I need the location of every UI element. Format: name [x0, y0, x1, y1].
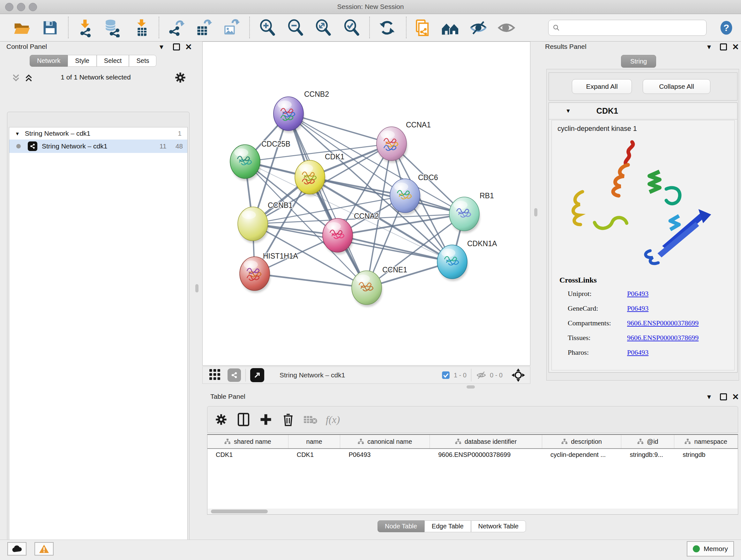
netbar-separator — [471, 369, 471, 381]
zoom-selected-button[interactable] — [341, 17, 362, 38]
search-input[interactable] — [560, 24, 702, 32]
tab-style[interactable]: Style — [68, 55, 96, 67]
column-header-namespace[interactable]: namespace — [674, 435, 738, 448]
scrollbar-thumb[interactable] — [211, 509, 268, 513]
table-cell[interactable]: P06493 — [340, 449, 430, 461]
create-column-button[interactable] — [255, 410, 277, 429]
column-header-name[interactable]: name — [288, 435, 340, 448]
results-panel-menu-icon[interactable]: ▼ — [706, 44, 712, 51]
results-panel-float-icon[interactable] — [720, 44, 727, 51]
help-button[interactable]: ? — [716, 17, 737, 38]
zoom-in-button[interactable] — [257, 17, 278, 38]
table-cell[interactable]: cyclin-dependent ... — [542, 449, 622, 461]
gene-collapse-icon[interactable]: ▼ — [565, 108, 571, 114]
tab-network[interactable]: Network — [30, 55, 68, 67]
tab-node-table[interactable]: Node Table — [378, 520, 424, 532]
graph-node-label: CCNB1 — [268, 201, 293, 209]
function-builder-button[interactable]: f(x) — [322, 410, 344, 429]
crosslink-link[interactable]: P06493 — [627, 304, 649, 313]
network-options-gear-icon[interactable] — [175, 72, 186, 84]
crosslink-label: Tissues: — [568, 334, 627, 342]
save-session-button[interactable] — [40, 17, 61, 38]
graph-edge-CCNB2-CCNE1[interactable] — [288, 114, 367, 288]
tab-edge-table[interactable]: Edge Table — [424, 520, 471, 532]
export-network-button[interactable] — [165, 17, 186, 38]
tab-sets[interactable]: Sets — [129, 55, 156, 67]
table-cell[interactable]: CDK1 — [207, 449, 288, 461]
detach-view-button[interactable] — [250, 368, 264, 382]
column-header-canonical-name[interactable]: canonical name — [340, 435, 430, 448]
graph-node-CDKN1A[interactable]: CDKN1A — [437, 240, 497, 281]
export-table-button[interactable] — [193, 17, 214, 38]
crosslink-link[interactable]: P06493 — [627, 290, 649, 298]
right-splitter-handle[interactable] — [534, 208, 537, 216]
zoom-fit-button[interactable] — [313, 17, 334, 38]
zoom-out-button[interactable] — [285, 17, 306, 38]
table-horizontal-scrollbar[interactable] — [208, 509, 738, 514]
show-columns-button[interactable] — [232, 410, 255, 429]
network-row-selected[interactable]: String Network – cdk1 11 48 — [9, 139, 187, 153]
graph-edge-CCNE1-HIST1H1A[interactable] — [255, 273, 367, 288]
collection-expand-icon[interactable]: ▼ — [15, 131, 20, 136]
tab-string[interactable]: String — [621, 55, 656, 68]
import-table-button[interactable] — [131, 17, 152, 38]
search-icon — [552, 23, 560, 32]
delete-table-button[interactable] — [299, 410, 322, 429]
column-header-description[interactable]: description — [542, 435, 622, 448]
cloud-status-button[interactable] — [7, 542, 26, 556]
results-panel-body: Expand All Collapse All ▼ CDK1 cyclin-de… — [546, 69, 739, 381]
hide-glass-effect-button[interactable] — [468, 17, 489, 38]
graph-node-RB1[interactable]: RB1 — [449, 192, 494, 233]
column-header-@id[interactable]: @id — [621, 435, 674, 448]
network-canvas[interactable]: CCNB2CCNA1CDC25BCDK1CDC6RB1CCNB1CCNA2CDK… — [202, 42, 530, 366]
table-options-button[interactable] — [210, 410, 232, 429]
cloud-icon — [11, 545, 22, 553]
warnings-button[interactable] — [35, 542, 54, 556]
graph-node-CCNA1[interactable]: CCNA1 — [377, 121, 431, 163]
graph-edge-CCNA2-CDKN1A[interactable] — [338, 235, 452, 262]
crosslink-link[interactable]: P06493 — [627, 348, 649, 357]
crosslink-link[interactable]: 9606.ENSP00000378699 — [627, 334, 698, 342]
export-image-button[interactable] — [220, 17, 242, 38]
table-cell[interactable]: 9606.ENSP00000378699 — [430, 449, 542, 461]
network-birds-eye-toggle[interactable] — [227, 368, 241, 382]
left-splitter-handle[interactable] — [195, 284, 199, 293]
table-panel-menu-icon[interactable]: ▼ — [706, 393, 712, 401]
table-cell[interactable]: stringdb — [674, 449, 738, 461]
toolbar-search[interactable] — [548, 20, 706, 36]
string-home-button[interactable] — [440, 17, 461, 38]
birdseye-crosshair-icon[interactable] — [512, 368, 525, 382]
show-grid-button[interactable] — [209, 369, 220, 381]
import-network-file-button[interactable] — [75, 17, 96, 38]
memory-button[interactable]: Memory — [687, 541, 734, 557]
show-glass-effect-button[interactable] — [496, 17, 517, 38]
graph-node-CDC6[interactable]: CDC6 — [390, 173, 438, 215]
bottom-splitter-handle[interactable] — [467, 385, 475, 388]
control-panel-menu-icon[interactable]: ▼ — [158, 44, 165, 51]
control-panel-float-icon[interactable] — [173, 44, 180, 51]
table-panel-float-icon[interactable] — [720, 393, 727, 400]
network-collection-row[interactable]: ▼ String Network – cdk1 1 — [9, 127, 187, 139]
import-network-database-button[interactable] — [102, 17, 123, 38]
tab-select[interactable]: Select — [97, 55, 129, 67]
column-header-database-identifier[interactable]: database identifier — [430, 435, 542, 448]
table-row[interactable]: CDK1CDK1P064939606.ENSP00000378699cyclin… — [207, 449, 738, 461]
results-panel-title: Results Panel — [545, 43, 587, 51]
delete-column-button[interactable] — [277, 410, 299, 429]
results-panel-close-icon[interactable]: ✕ — [732, 42, 739, 52]
column-header-shared-name[interactable]: shared name — [207, 435, 288, 448]
graph-node-HIST1H1A[interactable]: HIST1H1A — [240, 252, 298, 293]
graph-node-CCNB2[interactable]: CCNB2 — [273, 90, 329, 133]
control-panel-close-icon[interactable]: ✕ — [185, 42, 192, 52]
refresh-button[interactable] — [377, 17, 398, 38]
table-panel-close-icon[interactable]: ✕ — [732, 392, 739, 402]
tab-network-table[interactable]: Network Table — [471, 520, 526, 532]
table-cell[interactable]: CDK1 — [288, 449, 340, 461]
clone-network-button[interactable] — [411, 17, 432, 38]
selected-checkbox-icon[interactable] — [442, 371, 450, 379]
table-cell[interactable]: stringdb:9... — [621, 449, 674, 461]
expand-all-button[interactable]: Expand All — [572, 79, 632, 94]
open-session-button[interactable] — [11, 17, 32, 38]
crosslink-link[interactable]: 9606.ENSP00000378699 — [627, 319, 698, 327]
collapse-all-button[interactable]: Collapse All — [643, 79, 711, 94]
